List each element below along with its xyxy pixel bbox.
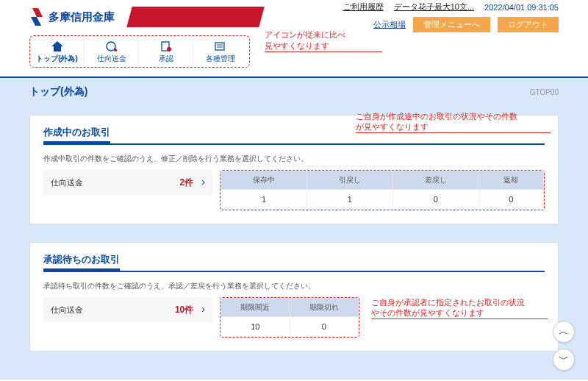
page-code: GTOP00 [530, 88, 559, 96]
annotation-approval: ご自身が承認者に指定されたお取引の状況 やその件数が見やすくなります [371, 297, 548, 319]
th: 差戻し [392, 171, 478, 190]
card-title: 承認待ちのお取引 [43, 253, 120, 271]
approval-icon [159, 40, 173, 52]
card-creating: ご自身が作成途中のお取引の状況やその件数 が見やすくなります 作成中のお取引 作… [29, 115, 559, 224]
th: 返却 [478, 171, 543, 190]
history-link[interactable]: ご利用履歴 [343, 1, 384, 13]
row-remittance[interactable]: 仕向送金 2件 › [43, 170, 212, 195]
logo-mark-icon [29, 7, 46, 27]
logout-button[interactable]: ログアウト [498, 17, 559, 32]
home-icon [51, 40, 64, 52]
svg-rect-4 [215, 43, 224, 50]
nav-remittance[interactable]: 仕向送金 [85, 36, 139, 67]
chevron-right-icon: › [201, 303, 205, 315]
nav-label: 各種管理 [206, 54, 235, 63]
nav-settings[interactable]: 各種管理 [193, 36, 248, 67]
th: 引戻し [306, 171, 392, 190]
chevron-down-icon: ﹀ [559, 353, 569, 366]
row-label: 仕向送金 [51, 305, 83, 316]
page-title: トップ(外為) [29, 85, 87, 99]
th: 期限切れ [290, 299, 359, 317]
user-link[interactable]: データ花子最大10文... [394, 1, 474, 13]
annotation-creating: ご自身が作成途中のお取引の状況やその件数 が見やすくなります [356, 111, 551, 133]
th: 期限間近 [221, 299, 290, 317]
td: 10 [221, 317, 290, 337]
card-approval: 承認待ちのお取引 承認待ち取引の件数をご確認のうえ、承認／差戻を行う業務を選択し… [29, 242, 559, 352]
nav-label: 仕向送金 [97, 54, 126, 63]
nav-label: トップ(外為) [36, 54, 78, 63]
nav-top[interactable]: トップ(外為) [30, 36, 85, 67]
settings-icon [214, 40, 227, 52]
svg-point-3 [167, 47, 171, 51]
card-desc: 作成中取引の件数をご確認のうえ、修正／削除を行う業務を選択してください。 [43, 154, 545, 164]
th: 保存中 [221, 171, 307, 190]
admin-menu-button[interactable]: 管理メニューへ [413, 17, 490, 32]
notice-link[interactable]: 公示相場 [373, 19, 406, 30]
bank-name: 多摩信用金庫 [49, 10, 115, 24]
scroll-up-button[interactable]: ︿ [553, 321, 575, 343]
td: 0 [478, 190, 543, 210]
row-count: 2件 [180, 177, 194, 188]
status-table: 保存中 引戻し 差戻し 返却 1 1 0 0 [220, 170, 545, 210]
chevron-up-icon: ︿ [559, 325, 569, 338]
main-nav: トップ(外為) 仕向送金 承認 各種管理 [29, 35, 250, 68]
scroll-down-button[interactable]: ﹀ [553, 349, 575, 371]
card-title: 作成中のお取引 [43, 126, 110, 143]
bank-logo: 多摩信用金庫 [29, 7, 115, 27]
row-label: 仕向送金 [51, 177, 83, 188]
td: 1 [221, 190, 307, 210]
row-remittance[interactable]: 仕向送金 10件 › [43, 297, 212, 322]
td: 0 [392, 190, 478, 210]
svg-point-1 [114, 49, 117, 51]
card-desc: 承認待ち取引の件数をご確認のうえ、承認／差戻を行う業務を選択してください。 [43, 281, 545, 291]
chevron-right-icon: › [201, 176, 205, 188]
remittance-icon [105, 40, 118, 52]
timestamp: 2022/04/01 09:31:05 [484, 3, 559, 12]
header-accent-bar [126, 7, 265, 27]
nav-label: 承認 [159, 54, 173, 63]
nav-approval[interactable]: 承認 [139, 36, 193, 67]
status-table: 期限間近 期限切れ 10 0 [220, 297, 359, 338]
td: 0 [290, 317, 359, 337]
row-count: 10件 [175, 305, 193, 315]
annotation-icons: アイコンが従来に比べ 見やすくなります [265, 29, 382, 52]
td: 1 [306, 190, 392, 210]
